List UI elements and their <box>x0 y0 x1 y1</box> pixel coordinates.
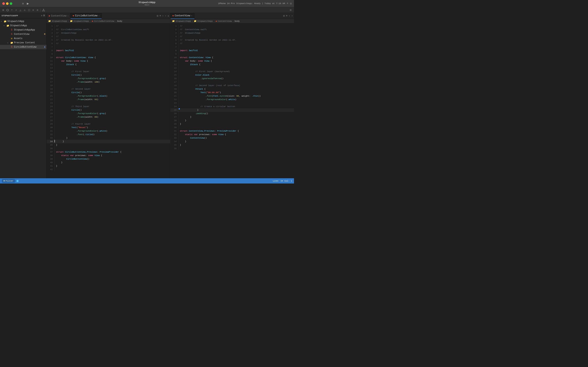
inspector-toggle[interactable]: ⊟ <box>289 8 293 12</box>
assets-icon: ⊞ <box>10 37 13 40</box>
code-line-13: 13 <box>47 66 170 70</box>
code-line-25: 25 Circle() <box>47 108 170 112</box>
nav-fwd-left[interactable]: › <box>165 14 167 17</box>
r-code-line-32: 32 static var previews: some View { <box>170 133 294 136</box>
sidebar-title: StopwatchApp <box>1 15 18 17</box>
code-line-42: 42 <box>47 168 170 171</box>
breadcrumb-app2-left[interactable]: StopwatchApp <box>74 20 89 22</box>
test-button[interactable]: ◇ <box>23 8 27 12</box>
code-line-5: 5 // Created by Russell Gordon on 2022-1… <box>47 38 170 42</box>
tab-close-cv-r[interactable]: ✕ <box>191 15 192 17</box>
r-code-line-3: 3 // StopwatchApp <box>170 31 294 35</box>
code-line-41: 41 } <box>47 164 170 168</box>
play-button[interactable]: ▶ <box>27 1 29 6</box>
r-code-line-21: 21 .font(Font.system(size: 90, weight: .… <box>170 94 294 98</box>
left-pane-actions: ⊟ ≡ ‹ › ✕ <box>156 14 170 17</box>
split-left-icon[interactable]: ⊟ <box>157 14 158 17</box>
tab-contentview-right[interactable]: ◆ ContentView ✕ <box>170 13 194 19</box>
scheme-selector[interactable]: ⊞ <box>21 1 25 5</box>
r-code-line-4: 4 // <box>170 35 294 38</box>
close-button[interactable] <box>2 2 5 5</box>
tree-arrow-group: ▾ <box>3 25 6 27</box>
r-code-line-8: 8 import SwiftUI <box>170 49 294 52</box>
sidebar-item-stopwatchapp-group[interactable]: ▾ 📁 StopwatchApp <box>0 24 46 28</box>
nav-fwd-right[interactable]: › <box>291 14 293 17</box>
breadcrumb-icon2-r: 📁 <box>194 20 197 22</box>
sidebar-item-assets[interactable]: ▾ ⊞ Assets <box>0 36 46 41</box>
add-group-icon[interactable]: + <box>41 14 42 17</box>
sidebar-toggle-icon[interactable]: ⊞ <box>21 1 25 5</box>
left-editor-pane: 📁 StopwatchApp › 📁 StopwatchApp › ◆ Circ… <box>47 19 170 178</box>
sidebar-item-stopwatchappapp[interactable]: ▾ S StopwatchAppApp <box>0 28 46 32</box>
editor-tabs-container: ◆ ContentView ✕ ◆ CircleButtonView ✕ ⊟ ≡… <box>47 13 294 19</box>
r-code-line-17: 17 <box>170 80 294 84</box>
r-code-line-33: 33 ContentView() <box>170 136 294 140</box>
code-line-27: 27 .frame(width: 89) <box>47 115 170 119</box>
editor-area: ◆ ContentView ✕ ◆ CircleButtonView ✕ ⊟ ≡… <box>47 13 294 178</box>
r-code-line-26: 26 .padding() <box>170 112 294 115</box>
debug-button[interactable]: ⬡ <box>27 8 31 12</box>
sidebar-item-contentview[interactable]: ▾ S ContentView M <box>0 32 46 36</box>
r-code-line-36: 36 <box>170 147 294 150</box>
breadcrumb-symbol-left[interactable]: body <box>117 20 122 22</box>
traffic-lights <box>0 2 12 5</box>
code-line-7: 7 <box>47 45 170 49</box>
tab-circlebuttonview[interactable]: ◆ CircleButtonView ✕ <box>71 13 101 19</box>
code-line-4: 4 // <box>47 35 170 38</box>
breadcrumb-app2-r[interactable]: StopwatchApp <box>197 20 213 22</box>
breadcrumb-symbol-r[interactable]: body <box>235 20 240 22</box>
tab-close-cbv[interactable]: ✕ <box>98 15 100 17</box>
sidebar: StopwatchApp + M ▾ 📁 StopwatchApp ▾ 📁 St… <box>0 13 47 178</box>
sidebar-item-preview-content[interactable]: ▸ 📁 Preview Content <box>0 41 46 45</box>
nav-back-right[interactable]: ‹ <box>289 14 290 17</box>
tab-close-cv[interactable]: ✕ <box>67 15 68 17</box>
sidebar-label-assets: Assets <box>14 37 46 40</box>
sidebar-item-stopwatchapp-root[interactable]: ▾ 📁 StopwatchApp <box>0 19 46 24</box>
sidebar-label-stopwatchappapp: StopwatchAppApp <box>14 29 46 31</box>
code-line-22: 22 .frame(width: 93) <box>47 98 170 101</box>
issues-button[interactable]: △ <box>18 8 23 12</box>
tab-contentview-left[interactable]: ◆ ContentView ✕ <box>47 13 71 19</box>
breadcrumb-file-left[interactable]: CircleButtonView <box>94 20 114 22</box>
vcs-button[interactable] <box>5 8 10 12</box>
git-button[interactable] <box>42 8 46 12</box>
breadcrumb-app-left[interactable]: StopwatchApp <box>52 20 67 22</box>
device-selector[interactable]: iPhone 14 Pro <box>218 2 235 5</box>
swift-icon-tab1: ◆ <box>49 14 50 17</box>
code-line-2: 2 // CircleButtonView.swift <box>47 28 170 31</box>
add-file-button[interactable]: + <box>10 8 14 12</box>
list-icon-r[interactable]: ≡ <box>286 14 288 17</box>
breakpoint-button[interactable]: ⊙ <box>31 8 35 12</box>
breadcrumb-icon-r: 📁 <box>172 20 175 22</box>
breadcrumb-file-r[interactable]: ContentView <box>218 20 232 22</box>
fullscreen-button[interactable] <box>10 2 12 5</box>
nav-back-left[interactable]: ‹ <box>162 14 164 17</box>
minimize-button[interactable] <box>6 2 8 5</box>
titlebar-center: StopwatchApp main <box>139 1 155 6</box>
split-right-icon[interactable]: ⊟ <box>283 14 285 17</box>
r-code-line-25: 25 } <box>170 108 294 112</box>
bottom-right: Line: 34 Col: 1 <box>273 180 292 182</box>
code-line-3: 3 // StopwatchApp <box>47 31 170 35</box>
search-button[interactable]: ⌕ <box>14 8 18 12</box>
layout-button[interactable]: ⊡ <box>290 2 292 5</box>
filter-icon[interactable]: M <box>43 14 45 17</box>
main-layout: StopwatchApp + M ▾ 📁 StopwatchApp ▾ 📁 St… <box>0 13 294 178</box>
code-line-11: 11 var body: some View { <box>47 59 170 63</box>
right-code-container[interactable]: 1 // 2 // ContentView.swift 3 // Stopwat… <box>170 24 294 178</box>
close-left-icon[interactable]: ✕ <box>168 14 169 17</box>
code-line-15: 15 Circle() <box>47 73 170 77</box>
sidebar-item-circlebuttonview[interactable]: ▾ S CircleButtonView A <box>0 45 46 49</box>
left-code-container[interactable]: 1 // 2 // CircleButtonView.swift 3 // St… <box>47 24 170 178</box>
titlebar-right: iPhone 14 Pro StopwatchApp: Ready | Toda… <box>218 2 294 5</box>
navigator-toggle[interactable]: ⊞ <box>1 8 5 12</box>
sidebar-content: ▾ 📁 StopwatchApp ▾ 📁 StopwatchApp ▾ S St… <box>0 18 46 178</box>
toolbar: ⊞ + ⌕ △ ◇ ⬡ ⊙ ⊘ ⊟ <box>0 7 294 13</box>
add-editor-button[interactable]: + <box>287 2 289 5</box>
code-line-28: 28 <box>47 119 170 122</box>
restrict-button[interactable]: ⊘ <box>35 8 40 12</box>
breadcrumb-app-r[interactable]: StopwatchApp <box>176 20 191 22</box>
cursor-indicator <box>54 140 55 142</box>
list-icon[interactable]: ≡ <box>160 14 161 17</box>
filter-section[interactable]: ⊞ Filter <box>2 179 15 183</box>
